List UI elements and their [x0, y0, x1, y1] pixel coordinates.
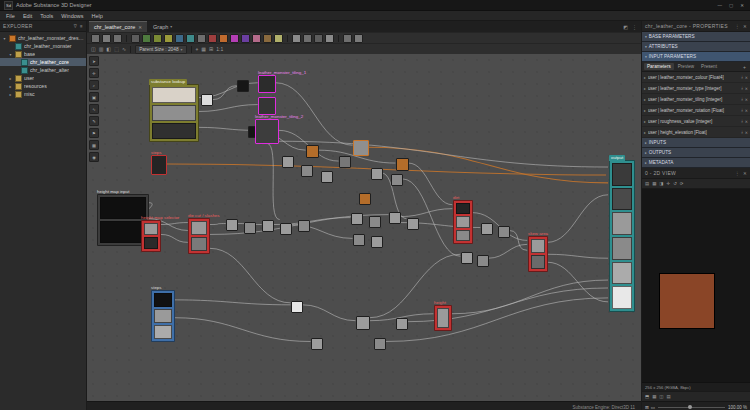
- tab-parameters[interactable]: Parameters: [644, 63, 674, 70]
- tab-chr-leather-core[interactable]: chr_leather_core ✕: [89, 21, 147, 32]
- explorer-item-base[interactable]: ▾base: [0, 50, 86, 58]
- explorer-item-chr-leather-monster-dress-sbs[interactable]: ▾chr_leather_monster_dress.sbs: [0, 34, 86, 42]
- zoom-slider[interactable]: [658, 407, 725, 408]
- graph-node-n-b2[interactable]: [311, 338, 323, 350]
- delete-parameter-icon[interactable]: ✕: [745, 130, 748, 135]
- graph-node-blend-orange-b[interactable]: [353, 140, 369, 156]
- graph-node-uniform-color[interactable]: [201, 94, 213, 106]
- parameter-row[interactable]: ▸user | leather_monster_tiling [Integer]…: [642, 94, 750, 105]
- graph-node-n-r9[interactable]: [461, 252, 473, 264]
- chevron-right-icon[interactable]: ▸: [644, 108, 646, 113]
- explorer-filter-icon[interactable]: ∇: [74, 24, 77, 29]
- menu-windows[interactable]: Windows: [61, 13, 83, 19]
- graph-option-icon[interactable]: ∿: [122, 45, 126, 53]
- graph-node-tiling-2[interactable]: [258, 97, 276, 115]
- graph-node-n-g5[interactable]: [371, 168, 383, 180]
- canvas-tool-icon[interactable]: ◉: [89, 152, 99, 162]
- graph-node-tiling-1[interactable]: leather_monster_tiling_1: [258, 75, 276, 93]
- parameter-row[interactable]: ▸user | roughness_value [Integer]⤓✕: [642, 116, 750, 127]
- menu-help[interactable]: Help: [92, 13, 103, 19]
- canvas-tool-icon[interactable]: ⚑: [89, 128, 99, 138]
- graph-node-n-m3[interactable]: [262, 220, 274, 232]
- graph-option-icon[interactable]: ⌖: [196, 45, 199, 53]
- graph-option-icon[interactable]: ▦: [201, 45, 206, 53]
- node-tool-icon[interactable]: [153, 34, 162, 43]
- node-tool-icon[interactable]: [91, 34, 100, 43]
- node-tool-icon[interactable]: [292, 34, 301, 43]
- expander-icon[interactable]: ▸: [8, 76, 13, 81]
- tab-bar-icon[interactable]: ◩: [623, 24, 628, 30]
- graph-node-n-m4[interactable]: [280, 223, 292, 235]
- export-parameter-icon[interactable]: ⤓: [741, 75, 743, 80]
- panel-icon[interactable]: ⋮: [735, 24, 740, 29]
- section-attributes[interactable]: ▾ ATTRIBUTES: [642, 42, 750, 52]
- panel-icon[interactable]: ✕: [743, 24, 747, 29]
- export-parameter-icon[interactable]: ⤓: [741, 97, 743, 102]
- node-tool-icon[interactable]: [241, 34, 250, 43]
- node-tool-icon[interactable]: [197, 34, 206, 43]
- graph-node-value-a[interactable]: [237, 80, 249, 92]
- delete-parameter-icon[interactable]: ✕: [745, 119, 748, 124]
- graph-option-icon[interactable]: ◫: [91, 45, 96, 53]
- zoom-tool-icon[interactable]: ⊞: [645, 405, 649, 410]
- chevron-right-icon[interactable]: ▸: [644, 97, 646, 102]
- canvas-tool-icon[interactable]: ✛: [89, 68, 99, 78]
- canvas-tool-icon[interactable]: ∿: [89, 104, 99, 114]
- graph-node-n-b4[interactable]: [374, 338, 386, 350]
- parameter-row[interactable]: ▸user | leather_monster_colour [Float4]⤓…: [642, 72, 750, 83]
- graph-node-steps-bottom[interactable]: steps: [151, 290, 175, 342]
- graph-option-icon[interactable]: 1:1: [216, 45, 223, 53]
- node-tool-icon[interactable]: [175, 34, 184, 43]
- tab-preview[interactable]: Preview: [675, 63, 697, 70]
- graph-node-n-b3[interactable]: [356, 316, 370, 330]
- view-2d-canvas[interactable]: [642, 189, 750, 382]
- delete-parameter-icon[interactable]: ✕: [745, 97, 748, 102]
- panel-icon[interactable]: ✕: [743, 171, 747, 176]
- add-parameter-button[interactable]: +: [743, 64, 748, 70]
- view-2d-tool-icon[interactable]: ⟳: [680, 181, 684, 186]
- graph-node-n-b5[interactable]: [396, 318, 408, 330]
- export-parameter-icon[interactable]: ⤓: [741, 108, 743, 113]
- canvas-tool-icon[interactable]: ▣: [89, 92, 99, 102]
- graph-node-n-m5[interactable]: [298, 220, 310, 232]
- minimize-button[interactable]: —: [717, 3, 722, 8]
- panel-icon[interactable]: ⋮: [735, 171, 740, 176]
- canvas-tool-icon[interactable]: ✎: [89, 116, 99, 126]
- graph-option-icon[interactable]: ⊞: [209, 45, 213, 53]
- node-tool-icon[interactable]: [142, 34, 151, 43]
- graph-node-n-r4[interactable]: [407, 218, 419, 230]
- view-2d-file-icon[interactable]: ⬒: [645, 394, 649, 399]
- graph-node-blend-orange-a[interactable]: [306, 145, 319, 158]
- chevron-right-icon[interactable]: ▸: [644, 119, 646, 124]
- graph-node-n-r8[interactable]: [498, 226, 510, 238]
- explorer-filter-icon[interactable]: ≡: [80, 24, 83, 29]
- graph-node-n-r10[interactable]: [477, 255, 489, 267]
- view-2d-tool-icon[interactable]: ✛: [666, 181, 670, 186]
- canvas-tool-icon[interactable]: ▦: [89, 140, 99, 150]
- delete-parameter-icon[interactable]: ✕: [745, 86, 748, 91]
- node-tool-icon[interactable]: [131, 34, 140, 43]
- node-tool-icon[interactable]: [252, 34, 261, 43]
- graph-node-n-r3[interactable]: [389, 212, 401, 224]
- chevron-right-icon[interactable]: ▸: [644, 75, 646, 80]
- graph-node-n-r7[interactable]: [481, 223, 493, 235]
- expander-icon[interactable]: ▸: [8, 84, 13, 89]
- expander-icon[interactable]: ▾: [2, 36, 7, 41]
- graph-node-n-g6[interactable]: [391, 174, 403, 186]
- node-tool-icon[interactable]: [208, 34, 217, 43]
- parameter-row[interactable]: ▸user | leather_monster_type [Integer]⤓✕: [642, 83, 750, 94]
- node-tool-icon[interactable]: [186, 34, 195, 43]
- node-tool-icon[interactable]: [164, 34, 173, 43]
- graph-option-icon[interactable]: ⬚: [114, 45, 119, 53]
- explorer-item-chr-leather-monster[interactable]: chr_leather_monster: [0, 42, 86, 50]
- node-tool-icon[interactable]: [303, 34, 312, 43]
- node-tool-icon[interactable]: [343, 34, 352, 43]
- delete-parameter-icon[interactable]: ✕: [745, 108, 748, 113]
- canvas-tool-icon[interactable]: ⌕: [89, 80, 99, 90]
- node-tool-icon[interactable]: [102, 34, 111, 43]
- graph-node-n-g2[interactable]: [301, 165, 313, 177]
- chevron-right-icon[interactable]: ▸: [644, 130, 646, 135]
- view-2d-tool-icon[interactable]: ▦: [652, 181, 656, 186]
- section-metadata[interactable]: ▸ METADATA: [642, 158, 750, 168]
- maximize-button[interactable]: ▢: [729, 3, 733, 8]
